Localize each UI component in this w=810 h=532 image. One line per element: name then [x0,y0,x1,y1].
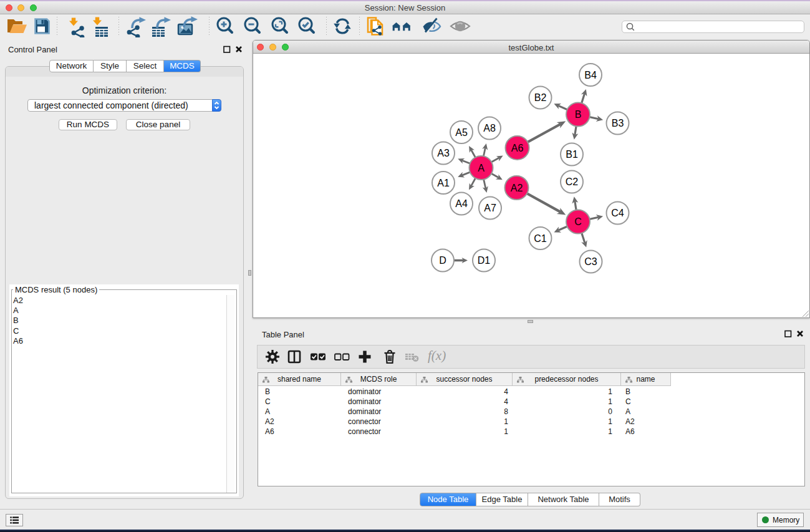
svg-text:A4: A4 [455,198,468,209]
svg-text:A3: A3 [437,148,450,158]
svg-text:A8: A8 [483,123,496,133]
svg-text:B4: B4 [584,70,597,80]
svg-text:C1: C1 [534,233,547,244]
svg-text:C2: C2 [566,177,579,187]
svg-text:A5: A5 [455,127,468,138]
svg-text:A: A [478,163,485,173]
svg-text:B: B [575,109,582,120]
svg-text:A2: A2 [511,183,523,193]
svg-text:C: C [574,216,582,227]
svg-text:A7: A7 [484,203,496,213]
svg-text:C4: C4 [611,208,624,218]
svg-text:D: D [439,255,446,266]
svg-text:A1: A1 [437,178,450,188]
svg-text:B1: B1 [566,149,578,160]
svg-text:D1: D1 [478,255,491,266]
svg-text:B2: B2 [534,92,547,103]
svg-text:C3: C3 [584,256,597,267]
svg-text:B3: B3 [612,118,624,128]
svg-text:A6: A6 [511,143,524,153]
